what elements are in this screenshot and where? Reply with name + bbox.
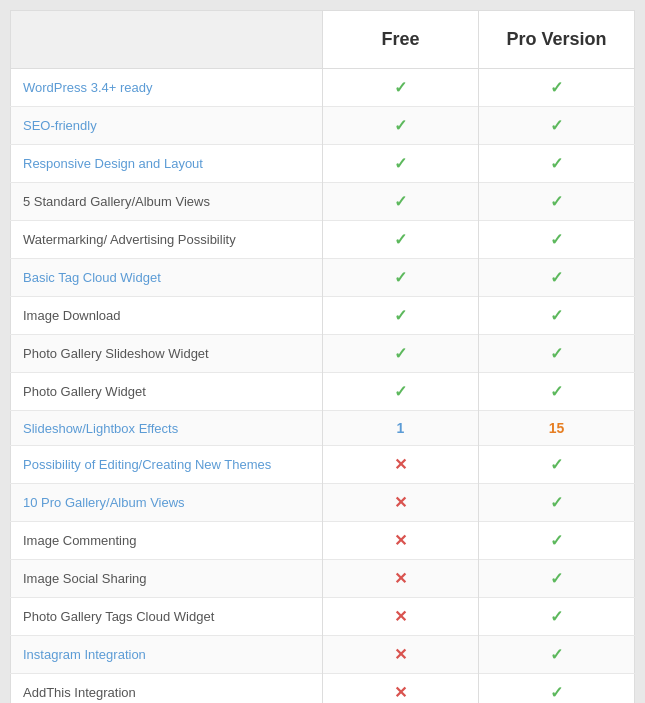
feature-cell: Responsive Design and Layout bbox=[11, 145, 323, 183]
table-row: Basic Tag Cloud Widget✓✓ bbox=[11, 259, 635, 297]
free-cell: ✕ bbox=[323, 674, 479, 704]
feature-cell: Photo Gallery Widget bbox=[11, 373, 323, 411]
check-icon: ✓ bbox=[550, 684, 563, 701]
pro-header-label: Pro Version bbox=[506, 29, 606, 49]
pro-cell: ✓ bbox=[479, 598, 635, 636]
table-row: Responsive Design and Layout✓✓ bbox=[11, 145, 635, 183]
feature-label: Photo Gallery Widget bbox=[23, 384, 146, 399]
check-icon: ✓ bbox=[550, 79, 563, 96]
check-icon: ✓ bbox=[550, 646, 563, 663]
check-icon: ✓ bbox=[550, 345, 563, 362]
feature-label: SEO-friendly bbox=[23, 118, 97, 133]
feature-cell: Basic Tag Cloud Widget bbox=[11, 259, 323, 297]
check-icon: ✓ bbox=[550, 494, 563, 511]
pro-cell: ✓ bbox=[479, 107, 635, 145]
feature-cell: Slideshow/Lightbox Effects bbox=[11, 411, 323, 446]
check-icon: ✓ bbox=[550, 307, 563, 324]
feature-label: Basic Tag Cloud Widget bbox=[23, 270, 161, 285]
table-row: Image Commenting✕✓ bbox=[11, 522, 635, 560]
comparison-table: Free Pro Version WordPress 3.4+ ready✓✓S… bbox=[10, 10, 635, 703]
feature-label: Slideshow/Lightbox Effects bbox=[23, 421, 178, 436]
cross-icon: ✕ bbox=[394, 456, 407, 473]
header-feature-col bbox=[11, 11, 323, 69]
free-cell: ✓ bbox=[323, 69, 479, 107]
feature-label: WordPress 3.4+ ready bbox=[23, 80, 152, 95]
free-cell: ✕ bbox=[323, 598, 479, 636]
pro-cell: ✓ bbox=[479, 674, 635, 704]
free-cell: 1 bbox=[323, 411, 479, 446]
free-cell: ✓ bbox=[323, 145, 479, 183]
check-icon: ✓ bbox=[394, 117, 407, 134]
free-cell: ✓ bbox=[323, 297, 479, 335]
pro-cell: ✓ bbox=[479, 373, 635, 411]
free-cell: ✓ bbox=[323, 107, 479, 145]
feature-cell: 5 Standard Gallery/Album Views bbox=[11, 183, 323, 221]
table-row: SEO-friendly✓✓ bbox=[11, 107, 635, 145]
free-cell: ✕ bbox=[323, 484, 479, 522]
check-icon: ✓ bbox=[550, 269, 563, 286]
feature-label: Photo Gallery Tags Cloud Widget bbox=[23, 609, 214, 624]
pro-cell: ✓ bbox=[479, 522, 635, 560]
check-icon: ✓ bbox=[394, 193, 407, 210]
free-cell: ✕ bbox=[323, 636, 479, 674]
table-row: Slideshow/Lightbox Effects115 bbox=[11, 411, 635, 446]
header-pro-col: Pro Version bbox=[479, 11, 635, 69]
feature-label: 10 Pro Gallery/Album Views bbox=[23, 495, 185, 510]
check-icon: ✓ bbox=[550, 570, 563, 587]
pro-cell: ✓ bbox=[479, 259, 635, 297]
pro-cell: ✓ bbox=[479, 183, 635, 221]
table-row: Image Download✓✓ bbox=[11, 297, 635, 335]
pro-cell: ✓ bbox=[479, 297, 635, 335]
table-row: WordPress 3.4+ ready✓✓ bbox=[11, 69, 635, 107]
check-icon: ✓ bbox=[550, 608, 563, 625]
pro-cell: ✓ bbox=[479, 145, 635, 183]
free-cell: ✕ bbox=[323, 560, 479, 598]
table-row: Image Social Sharing✕✓ bbox=[11, 560, 635, 598]
pro-cell: ✓ bbox=[479, 335, 635, 373]
free-cell: ✓ bbox=[323, 221, 479, 259]
free-cell: ✓ bbox=[323, 183, 479, 221]
feature-label: Image Download bbox=[23, 308, 121, 323]
check-icon: ✓ bbox=[394, 79, 407, 96]
feature-cell: Watermarking/ Advertising Possibility bbox=[11, 221, 323, 259]
feature-cell: Image Commenting bbox=[11, 522, 323, 560]
pro-cell: ✓ bbox=[479, 69, 635, 107]
cross-icon: ✕ bbox=[394, 684, 407, 701]
free-cell: ✕ bbox=[323, 446, 479, 484]
table-row: 5 Standard Gallery/Album Views✓✓ bbox=[11, 183, 635, 221]
feature-label: Possibility of Editing/Creating New Them… bbox=[23, 457, 271, 472]
free-cell: ✓ bbox=[323, 335, 479, 373]
check-icon: ✓ bbox=[394, 269, 407, 286]
feature-cell: Possibility of Editing/Creating New Them… bbox=[11, 446, 323, 484]
table-row: Photo Gallery Widget✓✓ bbox=[11, 373, 635, 411]
check-icon: ✓ bbox=[394, 231, 407, 248]
check-icon: ✓ bbox=[394, 383, 407, 400]
table-row: Photo Gallery Slideshow Widget✓✓ bbox=[11, 335, 635, 373]
free-count: 1 bbox=[397, 420, 405, 436]
check-icon: ✓ bbox=[550, 117, 563, 134]
cross-icon: ✕ bbox=[394, 494, 407, 511]
free-cell: ✕ bbox=[323, 522, 479, 560]
feature-cell: 10 Pro Gallery/Album Views bbox=[11, 484, 323, 522]
pro-cell: ✓ bbox=[479, 636, 635, 674]
table-row: AddThis Integration✕✓ bbox=[11, 674, 635, 704]
check-icon: ✓ bbox=[550, 193, 563, 210]
free-cell: ✓ bbox=[323, 259, 479, 297]
cross-icon: ✕ bbox=[394, 646, 407, 663]
free-cell: ✓ bbox=[323, 373, 479, 411]
pro-cell: ✓ bbox=[479, 446, 635, 484]
cross-icon: ✕ bbox=[394, 532, 407, 549]
feature-label: Image Social Sharing bbox=[23, 571, 147, 586]
pro-cell: 15 bbox=[479, 411, 635, 446]
free-header-label: Free bbox=[381, 29, 419, 49]
feature-cell: Instagram Integration bbox=[11, 636, 323, 674]
feature-label: Image Commenting bbox=[23, 533, 136, 548]
table-row: Watermarking/ Advertising Possibility✓✓ bbox=[11, 221, 635, 259]
feature-cell: AddThis Integration bbox=[11, 674, 323, 704]
pro-count: 15 bbox=[549, 420, 565, 436]
check-icon: ✓ bbox=[550, 231, 563, 248]
header-free-col: Free bbox=[323, 11, 479, 69]
pro-cell: ✓ bbox=[479, 560, 635, 598]
pro-cell: ✓ bbox=[479, 221, 635, 259]
check-icon: ✓ bbox=[550, 456, 563, 473]
